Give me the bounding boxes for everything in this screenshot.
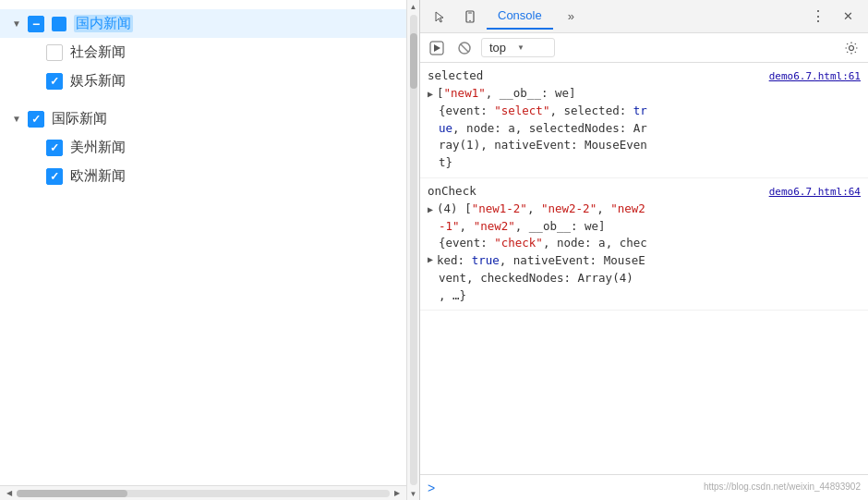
run-btn[interactable] xyxy=(426,37,448,59)
scroll-track xyxy=(17,490,390,497)
scroll-down-arrow[interactable]: ▼ xyxy=(407,487,420,500)
checkbox-entertainment[interactable] xyxy=(46,73,63,90)
settings-btn[interactable] xyxy=(840,37,862,59)
node-icon-domestic xyxy=(52,17,66,31)
scroll-left-arrow[interactable]: ◀ xyxy=(2,486,17,501)
svg-point-2 xyxy=(469,19,471,21)
label-domestic: 国内新闻 xyxy=(74,15,133,32)
console-entry-oncheck: onCheck demo6.7.html:64 ▶(4) ["new1-2", … xyxy=(420,178,868,311)
label-entertainment: 娱乐新闻 xyxy=(70,72,126,90)
arrow-domestic[interactable] xyxy=(9,17,24,31)
svg-marker-4 xyxy=(434,44,440,52)
horizontal-scrollbar: ◀ ▶ xyxy=(0,485,406,500)
console-prompt[interactable]: > xyxy=(428,481,435,495)
tree-node-international[interactable]: 国际新闻 xyxy=(0,104,406,133)
console-entry-selected: selected demo6.7.html:61 ▶["new1", __ob_… xyxy=(420,63,868,178)
watermark: https://blog.csdn.net/weixin_44893902 xyxy=(704,482,861,492)
tab-console[interactable]: Console xyxy=(487,3,553,30)
label-international: 国际新闻 xyxy=(52,110,107,128)
checkbox-social[interactable] xyxy=(46,44,63,61)
scroll-up-arrow[interactable]: ▲ xyxy=(407,0,420,13)
label-america: 美州新闻 xyxy=(70,139,126,156)
tree-node-domestic[interactable]: 国内新闻 xyxy=(0,9,406,38)
scroll-right-arrow[interactable]: ▶ xyxy=(390,486,404,501)
devtools-panel: Console » ⋮ ✕ top xyxy=(420,0,868,500)
device-icon-btn[interactable] xyxy=(457,4,483,30)
filter-dropdown-arrow: ▼ xyxy=(517,43,524,52)
devtools-header: Console » ⋮ ✕ xyxy=(420,0,868,33)
expand-arrow-2[interactable]: ▶ xyxy=(428,204,433,214)
tree-node-entertainment[interactable]: 娱乐新闻 xyxy=(0,67,406,95)
v-scroll-thumb[interactable] xyxy=(410,33,417,89)
checkbox-international[interactable] xyxy=(28,111,44,128)
label-europe: 欧洲新闻 xyxy=(70,167,126,185)
console-toolbar: top ▼ xyxy=(420,33,868,63)
checkbox-domestic[interactable] xyxy=(28,16,44,32)
expand-arrow-3[interactable]: ▶ xyxy=(428,252,433,266)
tree-node-europe[interactable]: 欧洲新闻 xyxy=(0,162,406,190)
entry-name-selected: selected xyxy=(428,68,483,82)
filter-select[interactable]: top ▼ xyxy=(481,38,555,57)
entry-body-oncheck: ▶(4) ["new1-2", "new2-2", "new2 -1", "ne… xyxy=(428,201,861,305)
stop-btn[interactable] xyxy=(453,37,476,59)
svg-rect-1 xyxy=(468,12,472,13)
tree-panel: 国内新闻 社会新闻 娱乐新闻 国际新闻 xyxy=(0,0,420,500)
svg-point-7 xyxy=(850,45,854,50)
entry-source-selected[interactable]: demo6.7.html:61 xyxy=(769,70,861,82)
arrow-international[interactable] xyxy=(9,112,24,127)
label-social: 社会新闻 xyxy=(70,43,126,61)
console-content: selected demo6.7.html:61 ▶["new1", __ob_… xyxy=(420,63,868,474)
entry-source-oncheck[interactable]: demo6.7.html:64 xyxy=(769,186,861,198)
v-scroll-track xyxy=(410,15,417,485)
tree-node-america[interactable]: 美州新闻 xyxy=(0,133,406,162)
scroll-thumb[interactable] xyxy=(17,490,127,497)
tree-content: 国内新闻 社会新闻 娱乐新闻 国际新闻 xyxy=(0,0,406,485)
close-icon-btn[interactable]: ✕ xyxy=(835,4,861,30)
console-bottom: > https://blog.csdn.net/weixin_44893902 xyxy=(420,474,868,500)
menu-icon-btn[interactable]: ⋮ xyxy=(805,4,831,30)
entry-name-oncheck: onCheck xyxy=(428,184,476,198)
vertical-scrollbar: ▲ ▼ xyxy=(406,0,419,500)
tab-more[interactable]: » xyxy=(557,4,585,29)
tree-node-social[interactable]: 社会新闻 xyxy=(0,38,406,67)
checkbox-europe[interactable] xyxy=(46,168,63,185)
cursor-icon-btn[interactable] xyxy=(428,4,453,30)
expand-arrow-1[interactable]: ▶ xyxy=(428,89,433,99)
entry-body-selected: ▶["new1", __ob__: we] {event: "select", … xyxy=(428,85,861,172)
checkbox-america[interactable] xyxy=(46,140,63,156)
svg-line-6 xyxy=(461,44,468,52)
